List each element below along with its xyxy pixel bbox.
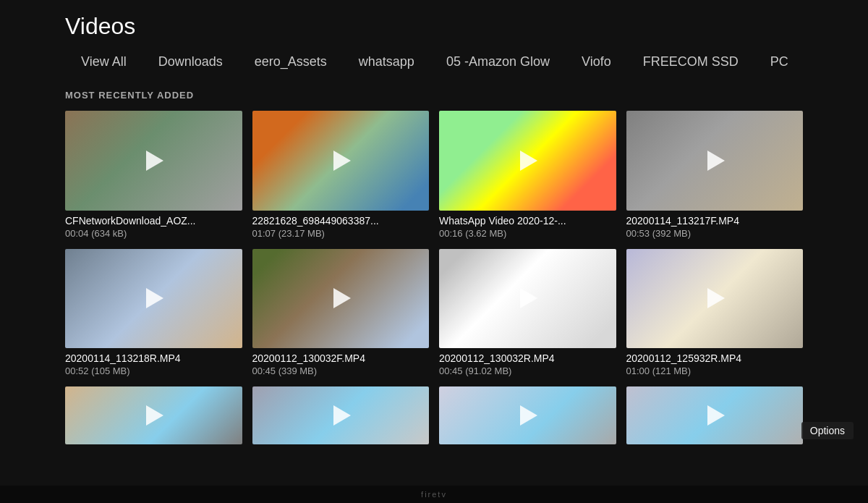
thumbnail-7 [439, 249, 616, 349]
thumbnail-9d [626, 386, 804, 444]
thumbnail-3 [439, 111, 616, 211]
play-triangle-3 [520, 151, 537, 171]
play-triangle-4 [707, 151, 725, 171]
video-item-8[interactable]: 20200112_125932R.MP4 01:00 (121 MB) [626, 249, 804, 377]
play-triangle-9c [520, 405, 537, 426]
video-name-1: CFNetworkDownload_AOZ... [65, 215, 242, 227]
video-meta-6: 00:45 (339 MB) [252, 365, 430, 376]
video-item-4[interactable]: 20200114_113217F.MP4 00:53 (392 MB) [626, 111, 804, 239]
video-name-3: WhatsApp Video 2020-12-... [439, 215, 616, 227]
thumbnail-9c [439, 386, 616, 444]
play-button-8 [701, 284, 728, 312]
play-triangle-9d [707, 405, 725, 426]
play-button-9b [327, 402, 354, 429]
video-item-7[interactable]: 20200112_130032R.MP4 00:45 (91.02 MB) [439, 249, 616, 377]
play-triangle-5 [146, 288, 163, 308]
play-triangle-2 [333, 151, 351, 171]
video-item-5[interactable]: 20200114_113218R.MP4 00:52 (105 MB) [65, 249, 242, 377]
video-name-2: 22821628_698449063387... [252, 215, 430, 227]
nav-tabs: View All Downloads eero_Assets whatsapp … [65, 47, 803, 77]
options-label: Options [801, 422, 854, 439]
video-item-3[interactable]: WhatsApp Video 2020-12-... 00:16 (3.62 M… [439, 111, 616, 239]
video-meta-4: 00:53 (392 MB) [626, 228, 804, 239]
video-item-10[interactable] [252, 386, 430, 444]
play-button-7 [514, 284, 541, 312]
video-item-2[interactable]: 22821628_698449063387... 01:07 (23.17 MB… [252, 111, 430, 239]
page-title: Videos [65, 13, 803, 40]
play-triangle-9b [333, 405, 351, 426]
video-grid-row1: CFNetworkDownload_AOZ... 00:04 (634 kB) … [0, 111, 868, 239]
video-name-4: 20200114_113217F.MP4 [626, 215, 804, 227]
video-meta-7: 00:45 (91.02 MB) [439, 365, 616, 376]
video-item-6[interactable]: 20200112_130032F.MP4 00:45 (339 MB) [252, 249, 430, 377]
video-name-6: 20200112_130032F.MP4 [252, 352, 430, 364]
tab-downloads[interactable]: Downloads [142, 47, 239, 77]
video-meta-8: 01:00 (121 MB) [626, 365, 804, 376]
video-name-5: 20200114_113218R.MP4 [65, 352, 242, 364]
play-triangle-9a [146, 405, 163, 426]
header: Videos View All Downloads eero_Assets wh… [0, 0, 868, 77]
thumbnail-6 [252, 249, 430, 349]
play-button-3 [514, 147, 541, 174]
play-triangle-1 [146, 151, 163, 171]
play-button-9c [514, 402, 541, 429]
video-meta-1: 00:04 (634 kB) [65, 228, 242, 239]
video-item-1[interactable]: CFNetworkDownload_AOZ... 00:04 (634 kB) [65, 111, 242, 239]
tab-eero-assets[interactable]: eero_Assets [239, 47, 343, 77]
tab-viofo[interactable]: Viofo [566, 47, 627, 77]
section-label: MOST RECENTLY ADDED [65, 90, 803, 101]
play-button-9a [140, 402, 167, 429]
page-container: Videos View All Downloads eero_Assets wh… [0, 0, 868, 503]
play-button-6 [327, 284, 354, 312]
play-button-9d [701, 402, 728, 429]
tab-freecom-ssd[interactable]: FREECOM SSD [627, 47, 754, 77]
thumbnail-9a [65, 386, 242, 444]
tab-amazon-glow[interactable]: 05 -Amazon Glow [430, 47, 566, 77]
video-item-12[interactable] [626, 386, 804, 444]
video-item-11[interactable] [439, 386, 616, 444]
thumbnail-1 [65, 111, 242, 211]
video-name-7: 20200112_130032R.MP4 [439, 352, 616, 364]
video-meta-3: 00:16 (3.62 MB) [439, 228, 616, 239]
thumbnail-8 [626, 249, 804, 349]
play-button-5 [140, 284, 167, 312]
play-triangle-8 [707, 288, 725, 308]
play-button-4 [701, 147, 728, 174]
video-grid-row2: 20200114_113218R.MP4 00:52 (105 MB) 2020… [0, 249, 868, 377]
video-name-8: 20200112_125932R.MP4 [626, 352, 804, 364]
tab-pc[interactable]: PC [754, 47, 803, 77]
tab-whatsapp[interactable]: whatsapp [343, 47, 430, 77]
video-grid-row3 [0, 386, 868, 444]
thumbnail-4 [626, 111, 804, 211]
bottom-bar: firetv [0, 486, 868, 503]
play-button-2 [327, 147, 354, 174]
thumbnail-2 [252, 111, 430, 211]
video-item-9[interactable] [65, 386, 242, 444]
play-triangle-7 [520, 288, 537, 308]
thumbnail-9b [252, 386, 430, 444]
play-triangle-6 [333, 288, 351, 308]
video-meta-5: 00:52 (105 MB) [65, 365, 242, 376]
play-button-1 [140, 147, 167, 174]
bottom-bar-text: firetv [421, 490, 447, 499]
tab-view-all[interactable]: View All [65, 47, 142, 77]
thumbnail-5 [65, 249, 242, 349]
video-meta-2: 01:07 (23.17 MB) [252, 228, 430, 239]
